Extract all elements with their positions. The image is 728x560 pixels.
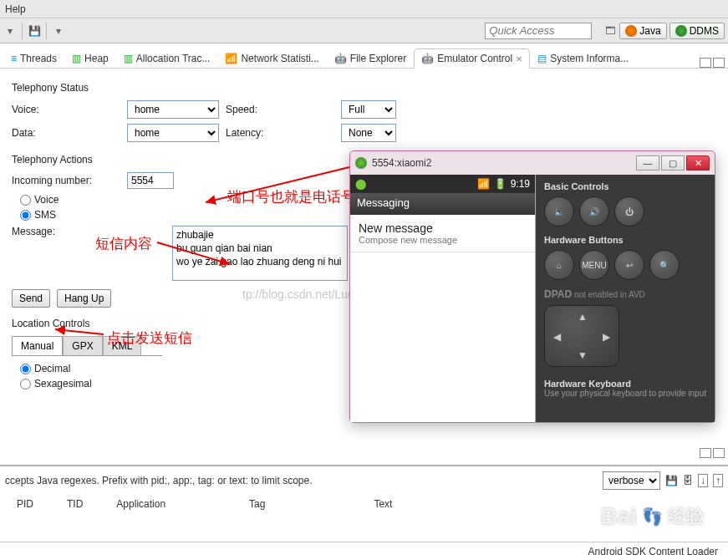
data-label: Data: <box>12 127 120 139</box>
col-tag[interactable]: Tag <box>249 498 265 510</box>
status-time: 9:19 <box>511 178 530 190</box>
export-log-icon[interactable]: ↑ <box>713 474 723 487</box>
maximize-view-icon[interactable] <box>713 58 725 68</box>
toolbar-separator <box>46 23 47 39</box>
logcat-filter-hint: ccepts Java regexes. Prefix with pid:, a… <box>5 475 313 486</box>
sexagesimal-radio[interactable] <box>20 379 31 389</box>
hardware-buttons-label: Hardware Buttons <box>544 235 706 245</box>
speed-label: Speed: <box>226 104 334 115</box>
log-level-select[interactable]: verbose <box>603 471 660 490</box>
sexagesimal-label: Sexagesimal <box>34 378 92 389</box>
location-tab-manual[interactable]: Manual <box>12 336 63 355</box>
toolbar-separator <box>22 23 23 39</box>
dpad-disabled-note: DPAD DPAD not enabled in AVDnot enabled … <box>544 288 706 300</box>
message-label: Message: <box>12 226 72 237</box>
tab-emulator-control[interactable]: 🤖Emulator Control ✕ <box>414 48 530 69</box>
data-select[interactable]: home <box>127 124 219 142</box>
emulator-window[interactable]: 5554:xiaomi2 — ▢ ✕ ⬤ 📶 🔋 9:19 Messaging … <box>349 150 715 423</box>
tab-heap[interactable]: ▥Heap <box>64 48 116 68</box>
tab-file-explorer[interactable]: 🤖File Explorer <box>327 48 414 68</box>
new-message-item[interactable]: New message Compose new message <box>350 215 535 252</box>
emulator-close-button[interactable]: ✕ <box>686 155 710 171</box>
col-text[interactable]: Text <box>374 498 392 510</box>
send-button[interactable]: Send <box>12 289 50 308</box>
ddms-icon <box>675 25 687 37</box>
menu-bar: Help <box>0 0 728 18</box>
search-button[interactable]: 🔍 <box>649 250 680 280</box>
decimal-radio[interactable] <box>20 364 31 374</box>
tab-threads[interactable]: ≡Threads <box>3 48 64 68</box>
logcat-max-icon[interactable] <box>713 448 725 458</box>
telephony-status-title: Telephony Status <box>12 82 716 94</box>
home-button[interactable]: ⌂ <box>544 250 574 280</box>
phone-screen: ⬤ 📶 🔋 9:19 Messaging New message Compose… <box>350 175 536 422</box>
signal-icon: 📶 <box>477 178 490 190</box>
logcat-columns: PID TID Application Tag Text <box>5 498 723 510</box>
emulator-titlebar[interactable]: 5554:xiaomi2 — ▢ ✕ <box>350 151 715 175</box>
location-tab-kml[interactable]: KML <box>103 336 142 355</box>
col-pid[interactable]: PID <box>17 498 33 510</box>
close-icon[interactable]: ✕ <box>516 54 522 64</box>
tab-system-info[interactable]: ▤System Informa... <box>530 48 636 68</box>
location-tabs: Manual GPX KML <box>12 336 162 356</box>
col-tid[interactable]: TID <box>67 498 83 510</box>
perspective-ddms-label: DDMS <box>690 25 719 37</box>
voice-select[interactable]: home <box>127 100 219 119</box>
clear-log-icon[interactable]: ↓ <box>698 474 708 487</box>
quick-access-input[interactable] <box>485 23 592 39</box>
power-button[interactable]: ⏻ <box>614 196 644 227</box>
emulator-maximize-button[interactable]: ▢ <box>661 155 685 171</box>
phone-statusbar: ⬤ 📶 🔋 9:19 <box>350 175 535 193</box>
minimize-view-icon[interactable] <box>700 58 711 68</box>
toolbar-icon-1[interactable]: ▾ <box>3 23 17 39</box>
menu-button[interactable]: MENU <box>579 250 609 280</box>
incoming-number-input[interactable] <box>127 172 174 189</box>
new-message-label: New message <box>359 221 527 235</box>
emulator-controls-pane: Basic Controls 🔈 🔊 ⏻ Hardware Buttons ⌂ … <box>536 175 715 422</box>
hardware-keyboard-sub: Use your physical keyboard to provide in… <box>544 389 706 398</box>
back-button[interactable]: ↩ <box>614 250 644 280</box>
tab-allocation[interactable]: ▥Allocation Trac... <box>116 48 218 68</box>
perspective-java-label: Java <box>639 25 660 37</box>
location-tab-gpx[interactable]: GPX <box>63 336 102 355</box>
status-text: Android SDK Content Loader <box>588 546 718 557</box>
battery-icon: 🔋 <box>494 178 507 190</box>
dpad-down: ▼ <box>578 349 588 361</box>
voice-radio[interactable] <box>20 195 31 206</box>
message-textarea[interactable] <box>172 226 348 281</box>
save-log-icon[interactable]: 💾 <box>665 475 678 486</box>
android-status-icon: ⬤ <box>355 178 366 190</box>
volume-down-button[interactable]: 🔈 <box>544 196 574 227</box>
basic-controls-label: Basic Controls <box>544 181 706 191</box>
views-tab-row: ≡Threads ▥Heap ▥Allocation Trac... 📶Netw… <box>0 43 728 69</box>
emulator-title-text: 5554:xiaomi2 <box>372 157 431 169</box>
dpad-up: ▲ <box>578 311 588 323</box>
col-application[interactable]: Application <box>116 498 165 510</box>
emulator-minimize-button[interactable]: — <box>636 155 659 171</box>
sms-radio-label: SMS <box>34 209 56 221</box>
menu-help[interactable]: Help <box>5 3 26 15</box>
voice-label: Voice: <box>12 104 120 115</box>
toolbar-icon-2[interactable]: ▾ <box>52 23 65 39</box>
volume-up-button[interactable]: 🔊 <box>579 196 609 227</box>
hardware-keyboard-label: Hardware Keyboard <box>544 379 706 389</box>
toolbar-save-icon[interactable]: 💾 <box>28 23 41 39</box>
sms-radio[interactable] <box>20 210 31 221</box>
hangup-button[interactable]: Hang Up <box>57 289 111 308</box>
status-bar: Android SDK Content Loader <box>0 542 728 560</box>
compose-label: Compose new message <box>359 235 527 245</box>
java-icon <box>625 25 637 37</box>
tab-network[interactable]: 📶Network Statisti... <box>217 48 326 68</box>
logcat-panel: ccepts Java regexes. Prefix with pid:, a… <box>0 465 728 515</box>
perspective-java[interactable]: Java <box>619 23 666 39</box>
speed-select[interactable]: Full <box>341 100 396 119</box>
dpad-right: ▶ <box>603 331 610 343</box>
open-perspective-icon[interactable]: 🗔 <box>603 23 617 39</box>
perspective-ddms[interactable]: DDMS <box>669 23 725 39</box>
logcat-min-icon[interactable] <box>700 448 711 458</box>
latency-select[interactable]: None <box>341 124 396 142</box>
voice-radio-label: Voice <box>34 194 59 206</box>
latency-label: Latency: <box>226 127 334 139</box>
scroll-lock-icon[interactable]: 🗄 <box>683 475 693 486</box>
decimal-label: Decimal <box>34 363 70 374</box>
